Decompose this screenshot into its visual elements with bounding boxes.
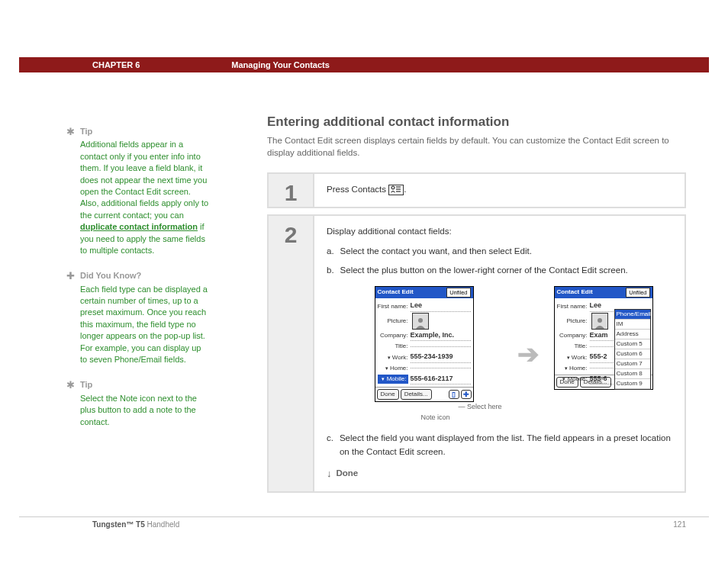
asterisk-icon: ✱ xyxy=(66,378,75,392)
note-icon[interactable]: ▯ xyxy=(449,390,459,399)
step2c: Select the field you want displayed from… xyxy=(340,432,672,458)
popup-option[interactable]: Custom 9 xyxy=(615,379,650,389)
svg-point-0 xyxy=(391,186,395,189)
done-button[interactable]: Done xyxy=(377,389,399,400)
category-dropdown[interactable]: Unfiled xyxy=(446,288,470,298)
title-field[interactable] xyxy=(411,346,471,347)
svg-point-4 xyxy=(418,318,423,323)
plus-icon: ✚ xyxy=(66,269,75,283)
screenshot-row: Contact Edit Unfiled First name:Lee Pict… xyxy=(327,286,672,423)
duplicate-contact-link[interactable]: duplicate contact information xyxy=(80,222,198,231)
picture-icon[interactable] xyxy=(412,313,429,330)
popup-option[interactable]: Custom 5 xyxy=(615,339,650,349)
step1-text: Press Contacts xyxy=(327,185,388,194)
popup-option[interactable]: Phone/Email xyxy=(615,310,650,320)
tip-block-1: ✱ Tip Additional fields appear in a cont… xyxy=(80,126,210,256)
dyk-label: Did You Know? xyxy=(80,270,210,282)
asterisk-icon: ✱ xyxy=(66,125,75,139)
done-arrow-icon: ↓ xyxy=(327,466,332,481)
plus-button[interactable]: ✚ xyxy=(461,390,472,399)
mobile-label[interactable]: ▾ Mobile: xyxy=(378,375,408,384)
step2-lead: Display additional contact fields: xyxy=(327,225,672,238)
page-number: 121 xyxy=(673,520,686,529)
step-2: 2 Display additional contact fields: a.S… xyxy=(267,214,686,493)
main-content: Entering additional contact information … xyxy=(267,114,686,499)
mobile-field[interactable]: 555-616-2117 xyxy=(411,374,471,385)
tip-text-2: Select the Note icon next to the plus bu… xyxy=(80,393,210,428)
tip-label-2: Tip xyxy=(80,379,210,391)
popup-option[interactable]: Custom 8 xyxy=(615,369,650,379)
step2a: Select the contact you want, and then se… xyxy=(340,245,532,258)
first-name-field[interactable]: Lee xyxy=(411,301,471,312)
company-field[interactable]: Example, Inc. xyxy=(411,330,471,342)
sidebar: ✱ Tip Additional fields appear in a cont… xyxy=(80,126,210,442)
work-field[interactable]: 555-234-1939 xyxy=(411,352,471,363)
screen-title: Contact Edit xyxy=(378,288,414,298)
product-name: Tungsten™ T5 xyxy=(92,520,145,529)
category-dropdown[interactable]: Unfiled xyxy=(626,288,649,298)
done-marker: ↓ Done xyxy=(327,466,672,481)
step-number: 2 xyxy=(269,216,314,491)
chapter-title: Managing Your Contacts xyxy=(231,60,330,69)
section-intro: The Contact Edit screen displays certain… xyxy=(267,134,686,159)
home-field[interactable] xyxy=(411,368,471,368)
did-you-know-block: ✚ Did You Know? Each field type can be d… xyxy=(80,270,210,365)
chapter-label: CHAPTER 6 xyxy=(92,60,140,69)
tip-block-2: ✱ Tip Select the Note icon next to the p… xyxy=(80,379,210,428)
arrow-icon: ➔ xyxy=(517,335,539,374)
tip-label: Tip xyxy=(80,126,210,137)
svg-point-5 xyxy=(598,318,602,323)
popup-option[interactable]: Custom 7 xyxy=(615,359,650,369)
details-button[interactable]: Details... xyxy=(401,389,432,400)
callout-note: Note icon xyxy=(420,413,449,423)
popup-option[interactable]: IM xyxy=(615,320,650,330)
header-bar: CHAPTER 6 Managing Your Contacts xyxy=(19,57,709,72)
callout-select: — Select here xyxy=(458,402,501,413)
step-1: 1 Press Contacts . xyxy=(267,172,686,208)
contacts-icon xyxy=(388,185,404,195)
step2b: Select the plus button on the lower-righ… xyxy=(340,264,628,277)
popup-option[interactable]: Address xyxy=(615,330,650,339)
screen-contact-edit-1: Contact Edit Unfiled First name:Lee Pict… xyxy=(375,286,474,402)
dyk-text: Each field type can be displayed a certa… xyxy=(80,284,210,366)
tip-text: Additional fields appear in a contact on… xyxy=(80,139,210,256)
picture-icon[interactable] xyxy=(591,313,608,330)
step-number: 1 xyxy=(269,174,314,207)
screen-contact-edit-2: Contact Edit Unfiled First name:Lee Pict… xyxy=(554,286,653,390)
section-heading: Entering additional contact information xyxy=(267,114,686,130)
popup-option[interactable]: Custom 6 xyxy=(615,349,650,359)
page-footer: Tungsten™ T5 Handheld 121 xyxy=(19,516,709,529)
field-popup: Phone/Email IM Address Custom 5 Custom 6… xyxy=(614,309,651,390)
